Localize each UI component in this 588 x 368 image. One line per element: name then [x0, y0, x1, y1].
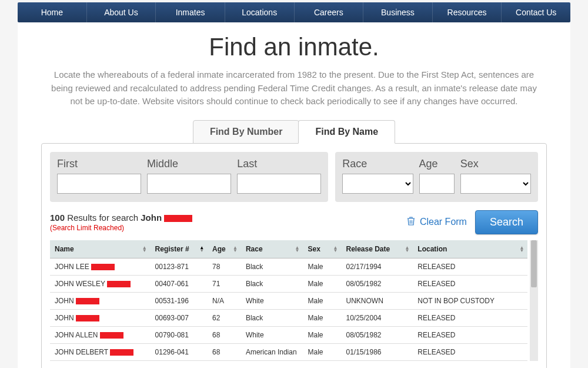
results-search-term: John	[141, 213, 162, 223]
tab-find-by-name[interactable]: Find By Name	[298, 120, 395, 144]
last-label: Last	[237, 158, 321, 170]
first-input[interactable]	[57, 174, 141, 194]
sex-label: Sex	[460, 158, 531, 170]
nav-business[interactable]: Business	[363, 2, 433, 22]
sort-icon: ▲▼	[333, 246, 338, 252]
col-sex[interactable]: Sex▲▼	[303, 240, 342, 258]
results-count-number: 100	[50, 213, 65, 223]
cell-age: 71	[208, 275, 241, 292]
clear-form-link[interactable]: Clear Form	[407, 216, 467, 228]
nav-home[interactable]: Home	[18, 2, 87, 22]
sort-icon: ▲▼	[519, 246, 524, 252]
cell-release: 02/17/1994	[341, 258, 413, 275]
table-row[interactable]: JOHN 00531-196N/AWhiteMaleUNKNOWNNOT IN …	[50, 292, 527, 309]
table-row[interactable]: JOHN 00693-00762BlackMale10/25/2004RELEA…	[50, 309, 527, 326]
col-release[interactable]: Release Date▲▼	[341, 240, 413, 258]
table-row[interactable]: JOHN DELBERT 01296-04168American IndianM…	[50, 343, 527, 360]
nav-inmates[interactable]: Inmates	[156, 2, 225, 22]
cell-sex: Male	[303, 326, 342, 343]
cell-name: JOHN WESLEY	[50, 275, 151, 292]
cell-name: JOHN	[50, 309, 151, 326]
cell-location: RELEASED	[413, 258, 527, 275]
nav-resources[interactable]: Resources	[433, 2, 502, 22]
redacted-lastname	[107, 281, 131, 287]
scrollbar[interactable]	[530, 240, 538, 361]
table-row[interactable]: JOHN LEE 00123-87178BlackMale02/17/1994R…	[50, 258, 527, 275]
cell-register: 00790-081	[151, 326, 208, 343]
results-info: 100 Results for search John (Search Limi…	[50, 213, 192, 232]
nav-locations[interactable]: Locations	[225, 2, 295, 22]
redacted-lastname	[100, 332, 123, 339]
cell-age: 68	[208, 326, 241, 343]
cell-race: White	[241, 326, 303, 343]
age-label: Age	[419, 158, 455, 170]
demo-field-group: Race Age Sex	[335, 152, 538, 202]
cell-location: RELEASED	[413, 326, 527, 343]
tab-find-by-number[interactable]: Find By Number	[193, 120, 300, 144]
cell-race: Black	[241, 309, 303, 326]
col-name[interactable]: Name▲▼	[50, 240, 151, 258]
redacted-lastname	[76, 298, 99, 304]
cell-race: White	[241, 292, 303, 309]
cell-sex: Male	[303, 292, 342, 309]
first-label: First	[57, 158, 141, 170]
results-label: Results for search	[65, 213, 141, 223]
redacted-lastname	[110, 349, 133, 356]
redacted-lastname	[91, 264, 115, 270]
cell-release: 01/15/1986	[341, 343, 413, 360]
cell-location: NOT IN BOP CUSTODY	[413, 292, 527, 309]
table-row[interactable]: JOHN WESLEY 00407-06171BlackMale08/05/19…	[50, 275, 527, 292]
cell-register: 00123-871	[151, 258, 208, 275]
cell-name: JOHN DELBERT	[50, 343, 151, 360]
sex-select[interactable]	[460, 174, 531, 194]
cell-age: 68	[208, 343, 241, 360]
cell-register: 00531-196	[151, 292, 208, 309]
content-area: Find an inmate. Locate the whereabouts o…	[18, 22, 570, 368]
middle-label: Middle	[147, 158, 231, 170]
page-title: Find an inmate.	[41, 33, 547, 61]
race-select[interactable]	[342, 174, 413, 194]
sort-icon: ▲▼	[199, 246, 204, 252]
cell-name: JOHN LEE	[50, 258, 151, 275]
age-input[interactable]	[419, 174, 455, 194]
limit-reached-text: (Search Limit Reached)	[50, 224, 192, 232]
middle-input[interactable]	[147, 174, 231, 194]
sort-icon: ▲▼	[405, 246, 409, 252]
cell-name: JOHN ALLEN	[50, 326, 151, 343]
cell-sex: Male	[303, 343, 342, 360]
cell-race: Black	[241, 258, 303, 275]
cell-age: 62	[208, 309, 241, 326]
col-age[interactable]: Age▲▼	[208, 240, 241, 258]
scrollbar-thumb[interactable]	[531, 240, 537, 287]
sort-icon: ▲▼	[295, 246, 300, 252]
table-row[interactable]: JOHN ALLEN 00790-08168WhiteMale08/05/198…	[50, 326, 527, 343]
redacted-term	[164, 215, 192, 222]
cell-release: 08/05/1982	[341, 275, 413, 292]
search-button[interactable]: Search	[475, 210, 538, 234]
cell-release: 08/05/1982	[341, 326, 413, 343]
cell-age: 78	[208, 258, 241, 275]
trash-icon	[407, 216, 415, 228]
cell-register: 00407-061	[151, 275, 208, 292]
results-table: Name▲▼ Register #▲▼ Age▲▼ Race▲▼ Sex▲▼ R…	[50, 240, 527, 361]
nav-about[interactable]: About Us	[87, 2, 156, 22]
cell-release: 10/25/2004	[341, 309, 413, 326]
cell-sex: Male	[303, 309, 342, 326]
nav-careers[interactable]: Careers	[295, 2, 364, 22]
col-race[interactable]: Race▲▼	[241, 240, 303, 258]
col-register[interactable]: Register #▲▼	[151, 240, 208, 258]
search-panel: First Middle Last Race Age	[41, 143, 547, 369]
race-label: Race	[342, 158, 413, 170]
sort-icon: ▲▼	[142, 246, 147, 252]
clear-form-label: Clear Form	[420, 217, 467, 227]
cell-register: 01296-041	[151, 343, 208, 360]
cell-release: UNKNOWN	[341, 292, 413, 309]
cell-register: 00693-007	[151, 309, 208, 326]
nav-contact[interactable]: Contact Us	[502, 2, 570, 22]
col-location[interactable]: Location▲▼	[413, 240, 527, 258]
search-tabs: Find By Number Find By Name	[41, 120, 547, 144]
cell-sex: Male	[303, 258, 342, 275]
last-input[interactable]	[237, 174, 321, 194]
cell-race: American Indian	[241, 343, 303, 360]
intro-text: Locate the whereabouts of a federal inma…	[44, 68, 544, 108]
